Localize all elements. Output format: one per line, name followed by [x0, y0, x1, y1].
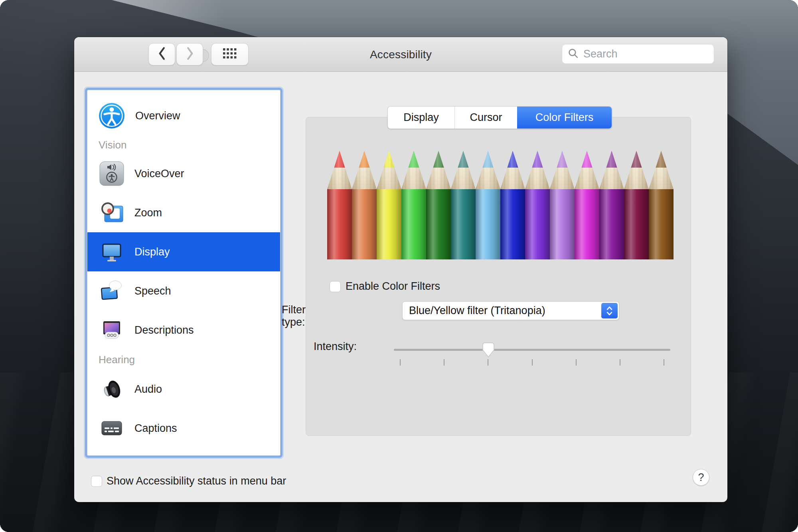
- pencil-plum: [599, 151, 624, 259]
- intensity-slider-thumb[interactable]: [482, 342, 494, 358]
- pencil-body: [476, 189, 500, 259]
- pencil-body: [550, 189, 575, 259]
- slider-track[interactable]: [394, 349, 670, 351]
- pencil-cone: [599, 151, 624, 189]
- tab-cursor[interactable]: Cursor: [455, 107, 517, 129]
- slider-tick: [444, 359, 444, 366]
- slider-tick: [576, 359, 577, 366]
- sidebar-item-label: Zoom: [134, 207, 162, 219]
- pencil-cone: [377, 151, 401, 189]
- pencil-cone: [352, 151, 377, 189]
- pencil-red: [327, 151, 352, 259]
- pencil-yellow: [377, 151, 401, 259]
- pencil-cone: [327, 151, 352, 189]
- pencil-maroon: [624, 151, 649, 259]
- sidebar: Overview Vision: [87, 90, 280, 456]
- pencil-body: [352, 189, 377, 259]
- pencil-cone: [426, 151, 451, 189]
- sidebar-item-label: Display: [134, 246, 170, 258]
- show-accessibility-status-label: Show Accessibility status in menu bar: [107, 475, 286, 487]
- pencil-brown: [649, 151, 674, 259]
- pencil-green: [401, 151, 426, 259]
- sidebar-item-audio[interactable]: Audio: [87, 370, 280, 409]
- accessibility-preferences-window: Accessibility: [74, 37, 727, 502]
- slider-tick: [488, 359, 488, 366]
- desktop-wallpaper: Accessibility: [0, 0, 798, 532]
- search-input[interactable]: [583, 47, 725, 61]
- descriptions-icon: [99, 318, 124, 342]
- sidebar-item-label: Audio: [134, 383, 162, 396]
- tab-color-filters[interactable]: Color Filters: [517, 107, 612, 129]
- audio-speaker-icon: [99, 377, 124, 401]
- sidebar-section-hearing: Hearing: [87, 350, 280, 370]
- intensity-slider[interactable]: [394, 334, 670, 366]
- pencil-body: [599, 189, 624, 259]
- pencil-body: [451, 189, 476, 259]
- title-bar[interactable]: Accessibility: [74, 37, 727, 72]
- sidebar-item-speech[interactable]: Speech: [87, 271, 280, 310]
- filter-type-label: Filter type:: [282, 304, 306, 328]
- sidebar-item-label: Descriptions: [134, 324, 194, 336]
- pencil-cone: [624, 151, 649, 189]
- show-accessibility-status-checkbox[interactable]: [91, 476, 102, 487]
- pane-tabs: Display Cursor Color Filters: [387, 106, 612, 129]
- pencil-body: [500, 189, 525, 259]
- pencil-blue: [500, 151, 525, 259]
- sidebar-item-label: VoiceOver: [134, 168, 184, 180]
- filter-type-row: Filter type: Blue/Yellow filter (Tritano…: [314, 301, 633, 320]
- search-field[interactable]: [562, 44, 714, 64]
- pencil-body: [575, 189, 599, 259]
- pencil-orange: [352, 151, 377, 259]
- pencil-body: [624, 189, 649, 259]
- pencil-body: [377, 189, 401, 259]
- sidebar-item-voiceover[interactable]: VoiceOver: [87, 154, 280, 193]
- sidebar-item-descriptions[interactable]: Descriptions: [87, 310, 280, 350]
- pencil-body: [426, 189, 451, 259]
- help-button[interactable]: ?: [693, 469, 709, 486]
- question-mark-icon: ?: [698, 471, 704, 484]
- pencil-cone: [451, 151, 476, 189]
- grid-icon: [223, 48, 237, 60]
- pencil-magenta: [575, 151, 599, 259]
- slider-tick: [620, 359, 620, 366]
- pencil-body: [525, 189, 550, 259]
- pencil-dark-green: [426, 151, 451, 259]
- pencil-orchid: [550, 151, 575, 259]
- pencil-cone: [401, 151, 426, 189]
- pencil-body: [649, 189, 674, 259]
- pencil-sky-blue: [476, 151, 500, 259]
- filter-type-popup[interactable]: Blue/Yellow filter (Tritanopia): [402, 301, 619, 320]
- enable-color-filters-checkbox[interactable]: [330, 281, 341, 292]
- intensity-label: Intensity:: [314, 340, 379, 353]
- filter-type-value: Blue/Yellow filter (Tritanopia): [409, 305, 545, 317]
- slider-tick: [400, 359, 401, 366]
- pencil-cone: [649, 151, 674, 189]
- sidebar-item-label: Captions: [134, 422, 177, 435]
- zoom-feature-icon: [99, 200, 124, 225]
- show-all-grid-button[interactable]: [211, 43, 249, 65]
- pencil-body: [401, 189, 426, 259]
- sidebar-item-display[interactable]: Display: [87, 232, 280, 271]
- back-button[interactable]: [148, 43, 175, 65]
- sidebar-item-label: Overview: [135, 110, 180, 122]
- accessibility-overview-icon: [99, 103, 125, 129]
- slider-tick: [532, 359, 533, 366]
- sidebar-item-captions[interactable]: Captions: [87, 409, 280, 448]
- tab-display[interactable]: Display: [388, 107, 455, 129]
- sidebar-section-vision: Vision: [87, 136, 280, 154]
- speech-icon: [99, 279, 124, 303]
- voiceover-icon: [99, 161, 124, 186]
- display-icon: [99, 239, 124, 264]
- forward-button[interactable]: [176, 43, 203, 65]
- chevron-left-icon: [158, 47, 166, 62]
- pencil-body: [327, 189, 352, 259]
- sidebar-item-zoom[interactable]: Zoom: [87, 193, 280, 232]
- pencil-teal: [451, 151, 476, 259]
- pencil-cone: [525, 151, 550, 189]
- pencil-cone: [550, 151, 575, 189]
- popup-stepper-icon: [601, 303, 618, 318]
- slider-tick: [664, 359, 664, 366]
- colored-pencils-preview-image: [327, 151, 674, 259]
- sidebar-item-overview[interactable]: Overview: [87, 96, 280, 136]
- search-icon: [568, 48, 579, 60]
